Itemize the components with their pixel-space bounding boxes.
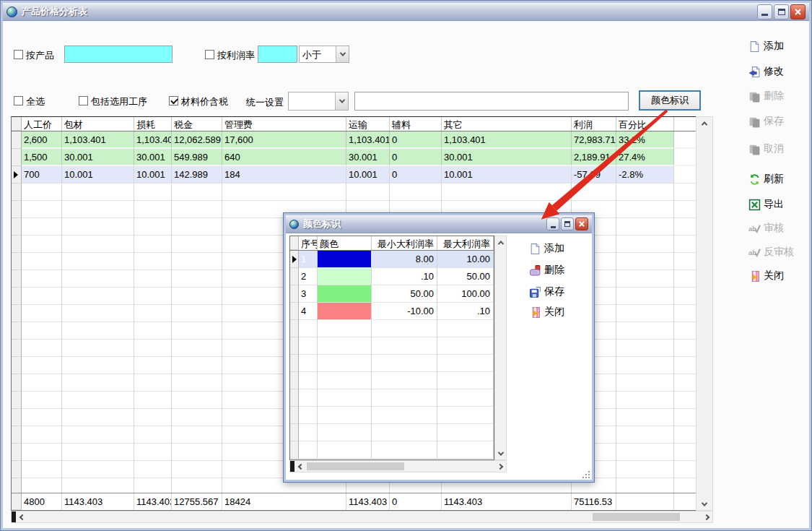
grid-cell: [299, 372, 318, 389]
grid-cell: [62, 444, 134, 461]
close-button[interactable]: [790, 4, 806, 20]
color-rule-row[interactable]: 350.00100.00: [290, 285, 494, 303]
scroll-track[interactable]: [28, 511, 700, 522]
scroll-down-button[interactable]: [495, 447, 506, 459]
grid-cell: [299, 320, 318, 337]
grid-cell: [372, 355, 437, 372]
scroll-right-button[interactable]: [494, 461, 506, 472]
color-rule-row[interactable]: 2.1050.00: [290, 268, 494, 285]
dialog-button-label: 添加: [544, 242, 564, 255]
unified-setting-input[interactable]: [354, 92, 629, 111]
grid-cell: [172, 426, 222, 444]
grid-cell: [437, 337, 494, 355]
grid-cell: [318, 407, 372, 424]
dialog-minimize-button[interactable]: [546, 217, 559, 230]
table-row[interactable]: 2,6001,103.4011,103.40112,062.58917,6001…: [12, 131, 705, 149]
close-icon: [794, 8, 802, 16]
unified-setting-select[interactable]: [288, 92, 349, 111]
toolbar-modify-button[interactable]: 修改: [748, 65, 784, 78]
delete-hand-icon: [529, 264, 541, 277]
summary-cell: 12755.567: [172, 493, 222, 510]
color-mark-button[interactable]: 颜色标识: [639, 90, 701, 111]
row-gutter: [290, 355, 299, 372]
grid-cell: [616, 426, 674, 444]
toolbar-close-button[interactable]: 关闭: [748, 269, 784, 282]
grid-cell: [62, 184, 134, 201]
rule-max-cell: 100.00: [437, 285, 494, 303]
dialog-vscrollbar[interactable]: [494, 236, 507, 460]
refresh-icon: [748, 173, 761, 186]
color-rule-row[interactable]: 4-10.00.10: [290, 303, 494, 320]
dialog-maximize-button[interactable]: [561, 217, 574, 230]
scroll-track[interactable]: [697, 129, 712, 498]
dialog-save-button[interactable]: 保存: [529, 285, 564, 298]
scroll-thumb[interactable]: [307, 462, 404, 470]
scroll-track[interactable]: [495, 249, 506, 447]
margin-operator-select[interactable]: 小于: [299, 46, 349, 63]
grid-cell: [172, 305, 222, 322]
grid-cell: [22, 340, 62, 357]
scroll-thumb[interactable]: [593, 513, 680, 521]
scroll-up-button[interactable]: [697, 117, 712, 129]
summary-row: 48001143.4031143.40312755.567184241143.4…: [12, 493, 705, 510]
grid-cell: 10.001: [62, 166, 134, 184]
scroll-left-button[interactable]: [294, 461, 307, 472]
grid-cell: [134, 357, 172, 374]
grid-cell: [172, 374, 222, 392]
grid-cell: [134, 322, 172, 340]
toolbar-export-button[interactable]: 导出: [748, 198, 784, 211]
table-row[interactable]: 1,50030.00130.001549.98964030.001030.001…: [12, 149, 705, 166]
toolbar-refresh-button[interactable]: 刷新: [748, 173, 784, 186]
scroll-up-button[interactable]: [495, 236, 506, 249]
row-gutter: [290, 389, 299, 407]
grid-cell: 1,103.401: [346, 131, 390, 149]
dialog-close-button[interactable]: 关闭: [529, 306, 564, 319]
dialog-close-button[interactable]: [575, 217, 588, 230]
product-filter-input[interactable]: [64, 46, 173, 63]
grid-cell: 0: [390, 149, 442, 166]
grid-cell: [22, 426, 62, 444]
scroll-right-button[interactable]: [700, 511, 712, 522]
margin-filter-input[interactable]: [258, 46, 297, 63]
row-gutter: [12, 305, 22, 322]
material-price-taxed-checkbox[interactable]: [169, 96, 178, 105]
table-row[interactable]: 70010.00110.001142.98918410.001010.001-5…: [12, 166, 705, 184]
maximize-button[interactable]: [774, 4, 789, 20]
grid-cell: [437, 407, 494, 424]
scroll-down-button[interactable]: [697, 498, 712, 510]
grid-cell: 1,103.401: [442, 131, 572, 149]
chevron-left-icon: [19, 514, 25, 519]
by-product-checkbox[interactable]: [14, 50, 23, 59]
grid-vscrollbar[interactable]: [696, 116, 713, 511]
include-optional-process-checkbox[interactable]: [79, 96, 88, 105]
grid-cell: [22, 444, 62, 461]
toolbar-button-label: 关闭: [764, 269, 784, 282]
resize-grip[interactable]: [582, 471, 590, 478]
row-gutter: [12, 201, 22, 218]
rule-min-cell: 50.00: [372, 285, 437, 303]
toolbar-add-button[interactable]: 添加: [748, 40, 784, 53]
grid-cell: 72,983.71: [572, 131, 616, 149]
summary-cell: 4800: [22, 493, 62, 510]
chevron-right-icon: [703, 514, 709, 519]
toolbar-unaudit-button: ab反审核: [748, 246, 794, 259]
scroll-left-button[interactable]: [16, 511, 28, 522]
column-header: 其它: [442, 117, 572, 131]
dropdown-arrow-button[interactable]: [335, 92, 348, 110]
dialog-add-button[interactable]: 添加: [529, 242, 564, 255]
rule-color-cell: [318, 251, 372, 268]
dialog-hscrollbar[interactable]: [289, 460, 507, 472]
dropdown-arrow-button[interactable]: [336, 46, 349, 62]
color-rule-row[interactable]: 18.0010.00: [290, 251, 494, 268]
grid-cell: [62, 340, 134, 357]
dialog-delete-button[interactable]: 删除: [529, 264, 564, 277]
grid-hscrollbar[interactable]: [11, 511, 713, 523]
row-gutter: [12, 409, 22, 426]
minimize-button[interactable]: [757, 4, 772, 20]
scroll-track[interactable]: [307, 461, 494, 472]
grid-cell: [318, 355, 372, 372]
grid-cell: [172, 201, 222, 218]
grid-cell: [62, 374, 134, 392]
select-all-checkbox[interactable]: [14, 96, 23, 105]
by-margin-checkbox[interactable]: [205, 50, 214, 59]
